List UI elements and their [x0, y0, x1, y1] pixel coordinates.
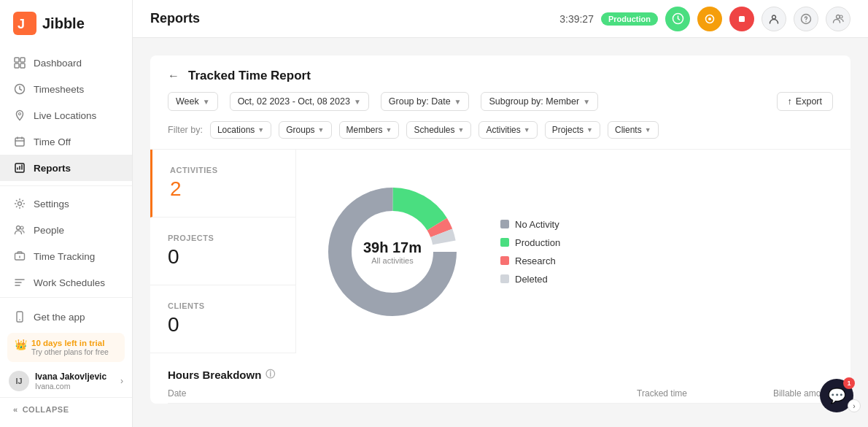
date-chevron-icon: ▼	[354, 98, 361, 106]
sidebar-item-reports-label: Reports	[34, 163, 71, 174]
main-content: Reports 3:39:27 Production	[133, 0, 868, 427]
svg-rect-4	[15, 64, 19, 68]
reports-icon	[13, 161, 26, 174]
filter-projects[interactable]: Projects ▼	[545, 121, 600, 139]
trial-days-left: 10 days left in trial	[31, 339, 109, 347]
chat-button[interactable]: 💬 1 ›	[820, 379, 853, 412]
user-initials: IJ	[15, 377, 22, 385]
group-by-selector[interactable]: Group by: Date ▼	[381, 92, 470, 111]
legend-deleted: Deleted	[500, 274, 560, 285]
sidebar-item-work-schedules[interactable]: Work Schedules	[0, 269, 132, 296]
donut-chart: 39h 17m All activities	[319, 179, 465, 325]
sidebar-item-time-off-label: Time Off	[34, 136, 71, 147]
export-icon: ↑	[788, 96, 792, 107]
filter-groups[interactable]: Groups ▼	[279, 121, 331, 139]
filter-clients[interactable]: Clients ▼	[608, 121, 659, 139]
legend-production: Production	[500, 237, 560, 248]
content-area: ← Tracked Time Report Week ▼ Oct, 02 202…	[133, 38, 868, 427]
admin-button[interactable]	[826, 7, 850, 31]
date-range-selector[interactable]: Oct, 02 2023 - Oct, 08 2023 ▼	[230, 92, 369, 111]
breakdown-title: Hours Breakdown ⓘ	[168, 368, 833, 381]
sidebar-item-people[interactable]: People	[0, 217, 132, 243]
export-button[interactable]: ↑ Export	[777, 92, 833, 111]
members-chevron-icon: ▼	[386, 126, 392, 134]
donut-time: 39h 17m	[363, 239, 422, 255]
subgroup-by-selector[interactable]: Subgroup by: Member ▼	[481, 92, 598, 111]
collapse-button[interactable]: « COLLAPSE	[0, 397, 132, 421]
sidebar-item-live-locations-label: Live Locations	[34, 110, 96, 121]
sidebar-item-time-off[interactable]: Time Off	[0, 128, 132, 155]
research-dot	[500, 256, 509, 265]
sidebar-item-settings[interactable]: Settings	[0, 191, 132, 217]
report-card: ← Tracked Time Report Week ▼ Oct, 02 202…	[150, 55, 850, 404]
logo[interactable]: J Jibble	[0, 0, 132, 47]
chat-badge: 1	[843, 377, 855, 389]
stat-activities[interactable]: ACTIVITIES 2	[150, 150, 295, 218]
week-chevron-icon: ▼	[203, 98, 210, 106]
activities-chevron-icon: ▼	[524, 126, 530, 134]
sidebar-item-time-tracking-label: Time Tracking	[34, 251, 95, 262]
chat-icon: 💬	[828, 387, 846, 404]
jibble-logo-icon: J	[13, 12, 36, 35]
donut-subtitle: All activities	[363, 255, 422, 264]
production-dot	[500, 238, 509, 247]
filter-members[interactable]: Members ▼	[339, 121, 400, 139]
user-button[interactable]	[762, 7, 786, 31]
sidebar-item-live-locations[interactable]: Live Locations	[0, 102, 132, 128]
back-button[interactable]: ←	[168, 69, 179, 82]
filter-label: Filter by:	[168, 125, 203, 135]
trial-banner[interactable]: 👑 10 days left in trial Try other plans …	[7, 333, 125, 362]
group-chevron-icon: ▼	[454, 98, 462, 106]
user-info: Ivana Jakovljevic Ivana.com	[35, 372, 115, 391]
sidebar-item-time-tracking[interactable]: Time Tracking	[0, 243, 132, 269]
locations-chevron-icon: ▼	[257, 126, 264, 134]
production-badge[interactable]: Production	[601, 12, 658, 26]
filter-schedules[interactable]: Schedules ▼	[406, 121, 471, 139]
svg-rect-8	[15, 138, 24, 146]
user-chevron-icon: ›	[120, 376, 123, 386]
chat-expand-icon[interactable]: ›	[848, 399, 861, 412]
user-profile-row[interactable]: IJ Ivana Jakovljevic Ivana.com ›	[0, 365, 132, 397]
help-button[interactable]	[794, 7, 818, 31]
stat-clients[interactable]: CLIENTS 0	[150, 285, 295, 353]
sidebar-item-timesheets[interactable]: Timesheets	[0, 76, 132, 102]
dashboard-icon	[13, 56, 26, 69]
clients-chevron-icon: ▼	[645, 126, 651, 134]
filter-row: Filter by: Locations ▼ Groups ▼ Members …	[150, 121, 850, 149]
crown-icon: 👑	[15, 339, 27, 350]
no-activity-dot	[500, 220, 509, 228]
sidebar: J Jibble Dashboard Timesheets Live Locat…	[0, 0, 133, 427]
chart-legend: No Activity Production Research Del	[500, 219, 560, 285]
sidebar-item-dashboard[interactable]: Dashboard	[0, 50, 132, 76]
svg-point-10	[18, 202, 22, 206]
legend-no-activity: No Activity	[500, 219, 560, 230]
svg-point-12	[20, 226, 23, 229]
breakdown-info-icon[interactable]: ⓘ	[266, 368, 275, 381]
trial-cta: Try other plans for free	[31, 347, 109, 356]
projects-chevron-icon: ▼	[586, 126, 593, 134]
stats-chart-row: ACTIVITIES 2 PROJECTS 0 CLIENTS 0	[150, 149, 850, 353]
svg-rect-2	[15, 58, 19, 62]
header-time: 3:39:27	[559, 13, 594, 25]
sidebar-nav: Dashboard Timesheets Live Locations Time…	[0, 47, 132, 297]
settings-icon	[13, 197, 26, 210]
projects-label: PROJECTS	[168, 234, 278, 242]
clock-in-button[interactable]	[665, 7, 690, 31]
hours-breakdown: Hours Breakdown ⓘ Date Tracked time Bill…	[150, 353, 850, 404]
donut-center: 39h 17m All activities	[363, 239, 422, 264]
chart-column: 39h 17m All activities No Activity Produ…	[296, 150, 850, 353]
sidebar-item-work-schedules-label: Work Schedules	[34, 277, 105, 288]
trial-info: 10 days left in trial Try other plans fo…	[31, 339, 109, 356]
stat-projects[interactable]: PROJECTS 0	[150, 218, 295, 285]
schedules-chevron-icon: ▼	[458, 126, 465, 134]
orange-button[interactable]	[697, 7, 722, 31]
filter-activities[interactable]: Activities ▼	[478, 121, 537, 139]
col-tracked-header: Tracked time	[541, 388, 687, 399]
week-selector[interactable]: Week ▼	[168, 92, 218, 111]
filter-locations[interactable]: Locations ▼	[210, 121, 271, 139]
stop-button[interactable]	[729, 7, 754, 31]
header-right: 3:39:27 Production	[559, 7, 850, 31]
sidebar-item-reports[interactable]: Reports	[0, 155, 132, 181]
logo-text: Jibble	[42, 15, 85, 32]
get-app-button[interactable]: Get the app	[0, 304, 132, 330]
